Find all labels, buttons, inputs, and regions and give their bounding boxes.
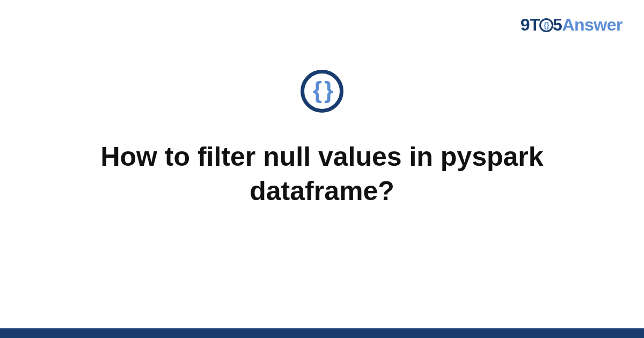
logo-text-answer: Answer	[562, 15, 623, 34]
code-braces-icon: { }	[301, 70, 343, 113]
logo-o-icon: {}	[539, 18, 553, 32]
logo-o-inner-braces: {}	[544, 21, 550, 29]
page-title: How to filter null values in pyspark dat…	[48, 139, 596, 208]
main-content: { } How to filter null values in pyspark…	[0, 70, 644, 208]
logo-text-9t: 9T	[521, 15, 540, 34]
logo-text-5: 5	[553, 15, 562, 34]
footer-bar	[0, 328, 644, 338]
site-logo: 9T{}5Answer	[521, 15, 623, 35]
braces-glyph: { }	[313, 78, 331, 102]
